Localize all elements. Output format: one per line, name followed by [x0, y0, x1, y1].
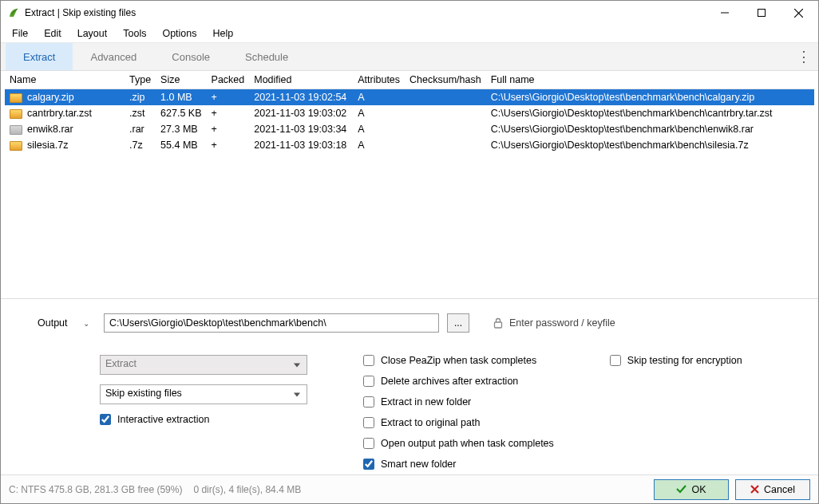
col-checksum[interactable]: Checksum/hash: [405, 71, 486, 89]
tab-extract[interactable]: Extract: [6, 43, 73, 70]
menubar: File Edit Layout Tools Options Help: [1, 25, 818, 42]
status-count: 0 dir(s), 4 file(s), 84.4 MB: [193, 484, 301, 495]
password-link[interactable]: Enter password / keyfile: [493, 317, 615, 329]
check-original-path[interactable]: Extract to original path: [363, 417, 554, 428]
col-name[interactable]: Name: [5, 71, 125, 89]
options-panel: Output ⌄ ... Enter password / keyfile Ex…: [1, 299, 818, 474]
menu-tools[interactable]: Tools: [117, 26, 152, 41]
maximize-button[interactable]: [743, 1, 780, 25]
output-label: Output: [38, 317, 73, 329]
column-header-row: Name Type Size Packed Modified Attribute…: [5, 71, 814, 89]
check-open-output[interactable]: Open output path when task completes: [363, 438, 554, 449]
menu-file[interactable]: File: [6, 26, 34, 41]
titlebar: Extract | Skip existing files: [1, 1, 818, 25]
col-modified[interactable]: Modified: [249, 71, 353, 89]
cancel-button[interactable]: Cancel: [735, 479, 810, 500]
check-new-folder[interactable]: Extract in new folder: [363, 396, 554, 408]
check-close-on-done[interactable]: Close PeaZip when task completes: [363, 355, 554, 366]
col-packed[interactable]: Packed: [207, 71, 250, 89]
archive-icon: [10, 109, 22, 119]
file-list: Name Type Size Packed Modified Attribute…: [1, 71, 818, 298]
check-skip-test[interactable]: Skip testing for encryption: [610, 355, 742, 366]
ok-button[interactable]: OK: [654, 479, 729, 500]
tab-advanced[interactable]: Advanced: [73, 43, 154, 70]
table-row[interactable]: silesia.7z.7z55.4 MB+2021-11-03 19:03:18…: [5, 137, 814, 153]
browse-button[interactable]: ...: [447, 313, 469, 333]
tab-console[interactable]: Console: [154, 43, 228, 70]
archive-icon: [10, 141, 22, 151]
app-icon: [7, 6, 20, 19]
minimize-button[interactable]: [706, 1, 743, 25]
table-row[interactable]: enwik8.rar.rar27.3 MB+2021-11-03 19:03:3…: [5, 121, 814, 137]
statusbar: C: NTFS 475.8 GB, 281.3 GB free (59%) 0 …: [1, 474, 818, 503]
naming-select[interactable]: Skip existing files: [100, 384, 307, 404]
x-icon: [750, 485, 759, 494]
menu-edit[interactable]: Edit: [38, 26, 68, 41]
table-row[interactable]: calgary.zip.zip1.0 MB+2021-11-03 19:02:5…: [5, 89, 814, 106]
archive-icon: [10, 93, 22, 103]
check-icon: [676, 485, 686, 494]
svg-rect-1: [758, 10, 766, 17]
menu-help[interactable]: Help: [207, 26, 240, 41]
output-dropdown-icon[interactable]: ⌄: [81, 319, 96, 328]
close-button[interactable]: [780, 1, 817, 25]
col-attributes[interactable]: Attributes: [353, 71, 405, 89]
status-disk: C: NTFS 475.8 GB, 281.3 GB free (59%): [9, 484, 182, 495]
col-fullname[interactable]: Full name: [486, 71, 814, 89]
check-interactive[interactable]: Interactive extraction: [100, 414, 307, 425]
window-title: Extract | Skip existing files: [25, 7, 706, 18]
tab-overflow-icon[interactable]: ⋮: [797, 48, 810, 65]
tab-schedule[interactable]: Schedule: [228, 43, 306, 70]
menu-layout[interactable]: Layout: [71, 26, 114, 41]
menu-options[interactable]: Options: [156, 26, 203, 41]
tab-bar: Extract Advanced Console Schedule ⋮: [1, 42, 818, 71]
archive-icon: [10, 125, 22, 135]
output-path-input[interactable]: [104, 313, 439, 333]
action-select[interactable]: Extract: [100, 355, 307, 375]
table-row[interactable]: cantrbry.tar.zst.zst627.5 KB+2021-11-03 …: [5, 105, 814, 121]
lock-icon: [493, 317, 503, 329]
check-smart-folder[interactable]: Smart new folder: [363, 459, 554, 470]
col-type[interactable]: Type: [125, 71, 156, 89]
check-delete-after[interactable]: Delete archives after extraction: [363, 376, 554, 387]
svg-rect-4: [495, 322, 502, 328]
col-size[interactable]: Size: [156, 71, 206, 89]
